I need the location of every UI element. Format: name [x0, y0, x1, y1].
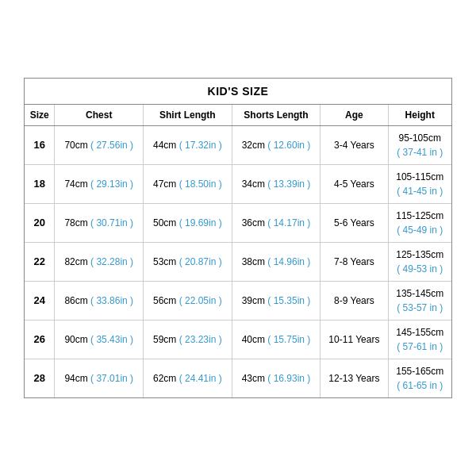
cell-height: 95-105cm( 37-41 in ) [388, 126, 451, 165]
cell-size: 26 [25, 321, 55, 359]
table-body: 1670cm ( 27.56in )44cm ( 17.32in )32cm (… [25, 126, 451, 398]
cell-shorts-length: 40cm ( 15.75in ) [232, 321, 321, 359]
col-header-shorts: Shorts Length [232, 105, 321, 126]
cell-shorts-length: 38cm ( 14.96in ) [232, 243, 321, 282]
header-row: Size Chest Shirt Length Shorts Length Ag… [25, 105, 451, 126]
cell-chest: 94cm ( 37.01in ) [55, 359, 144, 398]
table-row: 2894cm ( 37.01in )62cm ( 24.41in )43cm (… [25, 359, 451, 398]
cell-age: 7-8 Years [321, 243, 388, 282]
cell-chest: 86cm ( 33.86in ) [55, 282, 144, 321]
cell-chest: 70cm ( 27.56in ) [55, 126, 144, 165]
cell-size: 18 [25, 165, 55, 204]
cell-age: 12-13 Years [321, 359, 388, 398]
cell-chest: 78cm ( 30.71in ) [55, 204, 144, 243]
cell-shirt-length: 47cm ( 18.50in ) [144, 165, 232, 204]
cell-shirt-length: 50cm ( 19.69in ) [144, 204, 232, 243]
table-row: 2078cm ( 30.71in )50cm ( 19.69in )36cm (… [25, 204, 451, 243]
cell-size: 24 [25, 282, 55, 321]
col-header-height: Height [388, 105, 451, 126]
cell-chest: 90cm ( 35.43in ) [55, 321, 144, 359]
cell-height: 125-135cm( 49-53 in ) [388, 243, 451, 282]
table-row: 2690cm ( 35.43in )59cm ( 23.23in )40cm (… [25, 321, 451, 359]
cell-height: 155-165cm( 61-65 in ) [388, 359, 451, 398]
cell-height: 105-115cm( 41-45 in ) [388, 165, 451, 204]
cell-shorts-length: 36cm ( 14.17in ) [232, 204, 321, 243]
cell-age: 4-5 Years [321, 165, 388, 204]
col-header-age: Age [321, 105, 388, 126]
table-row: 1670cm ( 27.56in )44cm ( 17.32in )32cm (… [25, 126, 451, 165]
cell-age: 10-11 Years [321, 321, 388, 359]
cell-shirt-length: 59cm ( 23.23in ) [144, 321, 232, 359]
cell-shorts-length: 39cm ( 15.35in ) [232, 282, 321, 321]
col-header-chest: Chest [55, 105, 144, 126]
cell-size: 20 [25, 204, 55, 243]
table-row: 1874cm ( 29.13in )47cm ( 18.50in )34cm (… [25, 165, 451, 204]
cell-height: 145-155cm( 57-61 in ) [388, 321, 451, 359]
table-title: KID'S SIZE [25, 79, 451, 105]
cell-shorts-length: 34cm ( 13.39in ) [232, 165, 321, 204]
cell-size: 22 [25, 243, 55, 282]
cell-chest: 74cm ( 29.13in ) [55, 165, 144, 204]
table-row: 2486cm ( 33.86in )56cm ( 22.05in )39cm (… [25, 282, 451, 321]
cell-shorts-length: 43cm ( 16.93in ) [232, 359, 321, 398]
cell-age: 8-9 Years [321, 282, 388, 321]
cell-height: 115-125cm( 45-49 in ) [388, 204, 451, 243]
cell-age: 3-4 Years [321, 126, 388, 165]
size-chart-container: KID'S SIZE Size Chest Shirt Length Short… [24, 78, 452, 398]
cell-size: 28 [25, 359, 55, 398]
cell-shirt-length: 53cm ( 20.87in ) [144, 243, 232, 282]
col-header-shirt: Shirt Length [144, 105, 232, 126]
cell-age: 5-6 Years [321, 204, 388, 243]
cell-chest: 82cm ( 32.28in ) [55, 243, 144, 282]
cell-size: 16 [25, 126, 55, 165]
cell-shirt-length: 56cm ( 22.05in ) [144, 282, 232, 321]
cell-shorts-length: 32cm ( 12.60in ) [232, 126, 321, 165]
table-row: 2282cm ( 32.28in )53cm ( 20.87in )38cm (… [25, 243, 451, 282]
cell-shirt-length: 44cm ( 17.32in ) [144, 126, 232, 165]
size-chart-table: KID'S SIZE Size Chest Shirt Length Short… [25, 79, 451, 397]
col-header-size: Size [25, 105, 55, 126]
cell-shirt-length: 62cm ( 24.41in ) [144, 359, 232, 398]
cell-height: 135-145cm( 53-57 in ) [388, 282, 451, 321]
